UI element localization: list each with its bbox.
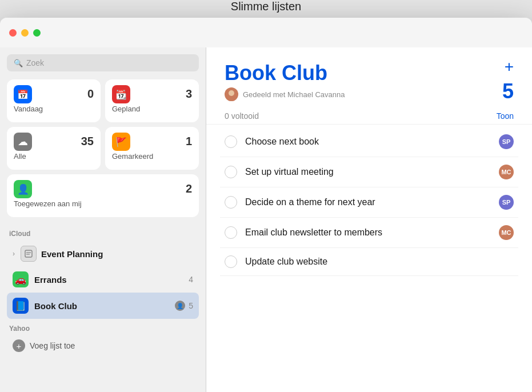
icloud-section-label: iCloud	[9, 230, 199, 238]
main-panel: Book Club Gedeeld met Michael Cavanna	[206, 47, 532, 392]
book-club-name: Book Club	[34, 301, 169, 311]
task-text: Decide on a theme for next year	[245, 197, 491, 207]
svg-point-4	[226, 97, 237, 101]
alle-count: 35	[81, 135, 94, 148]
task-text: Email club newsletter to members	[245, 227, 491, 238]
yahoo-section-label: Yahoo	[9, 325, 199, 333]
toegewezen-icon: 👤	[14, 180, 32, 198]
svg-rect-0	[25, 250, 32, 257]
completed-text: 0 voltooid	[225, 111, 259, 121]
book-club-count: 5	[189, 301, 193, 310]
gepland-count: 3	[186, 87, 192, 101]
shared-by-avatar	[225, 87, 238, 101]
task-avatar: MC	[499, 225, 514, 240]
gepland-label: Gepland	[112, 105, 192, 113]
task-text: Update club website	[245, 257, 514, 267]
add-list-label: Voeg lijst toe	[30, 341, 75, 350]
smart-card-gepland[interactable]: 📆 3 Gepland	[105, 79, 199, 122]
add-task-button[interactable]: +	[505, 59, 514, 75]
sidebar-item-errands[interactable]: 🚗 Errands 4	[7, 266, 199, 293]
traffic-lights	[9, 29, 41, 37]
app-window: 🔍 Zoek 📅 0 Vandaag	[0, 18, 532, 392]
main-header: Book Club Gedeeld met Michael Cavanna	[206, 47, 532, 108]
toegewezen-count: 2	[186, 182, 192, 195]
main-title-area: Book Club Gedeeld met Michael Cavanna	[225, 61, 502, 101]
book-club-shared-avatar: 👤	[175, 301, 185, 311]
task-checkbox[interactable]	[225, 166, 237, 178]
task-text: Choose next book	[245, 137, 491, 147]
gemarkeerd-count: 1	[186, 135, 192, 148]
task-avatar: SP	[499, 195, 514, 210]
annotation-label: Slimme lijsten	[0, 0, 532, 13]
book-club-meta: 👤 5	[175, 301, 193, 311]
main-subtitle: Gedeeld met Michael Cavanna	[225, 87, 502, 101]
gemarkeerd-label: Gemarkeerd	[112, 152, 192, 161]
smart-card-gemarkeerd[interactable]: 🚩 1 Gemarkeerd	[105, 127, 199, 170]
task-avatar: MC	[499, 165, 514, 179]
task-checkbox[interactable]	[225, 226, 237, 239]
minimize-button[interactable]	[21, 29, 29, 37]
task-row: Update club website	[220, 248, 518, 276]
task-checkbox[interactable]	[225, 255, 237, 268]
smart-card-toegewezen[interactable]: 👤 2 Toegewezen aan mij	[7, 174, 199, 217]
task-row: Set up virtual meetingMC	[220, 157, 518, 187]
chevron-right-icon: ›	[13, 250, 15, 258]
alle-label: Alle	[14, 152, 94, 161]
vandaag-label: Vandaag	[14, 105, 94, 113]
gemarkeerd-icon: 🚩	[112, 133, 130, 151]
shared-by-text: Gedeeld met Michael Cavanna	[243, 90, 345, 99]
close-button[interactable]	[9, 29, 17, 37]
smart-grid: 📅 0 Vandaag 📆 3	[7, 79, 199, 217]
task-list: Choose next bookSPSet up virtual meeting…	[206, 127, 532, 392]
errands-count: 4	[189, 275, 193, 284]
completed-row: 0 voltooid Toon	[206, 108, 532, 125]
search-icon: 🔍	[14, 59, 23, 67]
vandaag-icon: 📅	[14, 85, 32, 103]
search-placeholder: Zoek	[26, 58, 44, 67]
task-text: Set up virtual meeting	[245, 167, 491, 177]
sidebar-item-event-planning[interactable]: › Event Planning	[7, 241, 199, 266]
add-list-item[interactable]: + Voeg lijst toe	[7, 336, 199, 355]
search-box[interactable]: 🔍 Zoek	[7, 54, 199, 71]
errands-meta: 4	[189, 275, 193, 284]
task-checkbox[interactable]	[225, 196, 237, 209]
sidebar: 🔍 Zoek 📅 0 Vandaag	[0, 47, 206, 392]
task-row: Email club newsletter to membersMC	[220, 218, 518, 248]
event-planning-name: Event Planning	[41, 249, 193, 259]
fullscreen-button[interactable]	[33, 29, 41, 37]
book-club-icon: 📘	[13, 298, 29, 314]
task-checkbox[interactable]	[225, 135, 237, 148]
task-row: Decide on a theme for next yearSP	[220, 187, 518, 218]
show-completed-link[interactable]: Toon	[497, 111, 514, 121]
titlebar	[0, 18, 532, 47]
event-planning-icon	[21, 246, 37, 262]
vandaag-count: 0	[87, 87, 94, 101]
smart-card-vandaag[interactable]: 📅 0 Vandaag	[7, 79, 101, 122]
main-title: Book Club	[225, 61, 502, 85]
gepland-icon: 📆	[112, 85, 130, 103]
errands-icon: 🚗	[13, 271, 29, 287]
sidebar-item-book-club[interactable]: 📘 Book Club 👤 5	[7, 293, 199, 319]
errands-name: Errands	[34, 275, 183, 285]
alle-icon: ☁	[14, 133, 32, 151]
toegewezen-label: Toegewezen aan mij	[14, 199, 192, 208]
task-row: Choose next bookSP	[220, 127, 518, 157]
task-avatar: SP	[499, 134, 514, 149]
main-count: 5	[502, 79, 514, 103]
add-list-icon: +	[13, 339, 25, 352]
svg-point-3	[229, 90, 234, 96]
smart-card-alle[interactable]: ☁ 35 Alle	[7, 127, 101, 170]
